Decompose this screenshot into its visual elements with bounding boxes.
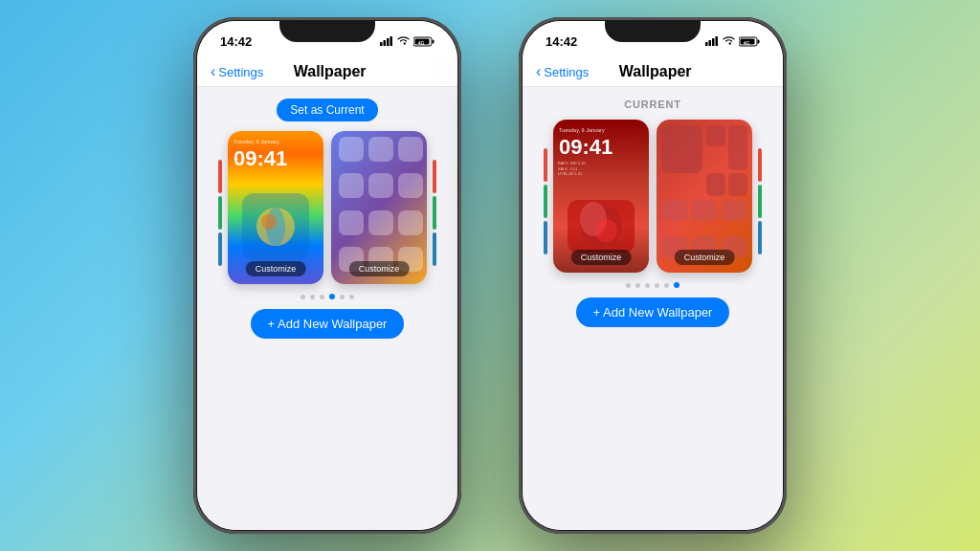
nav-title-right: Wallpaper [619,63,692,80]
signal-icon-left [380,36,393,46]
chevron-icon-right: ‹ [536,63,541,80]
battery-icon-right: 4G [739,36,760,47]
battery-icon-left: 4G [413,36,434,47]
notch-left [279,21,375,42]
strip-red-left [218,160,222,193]
strip-blue-right-left [433,232,436,266]
back-button-right[interactable]: ‹ Settings [536,63,589,80]
status-icons-left: 4G [380,36,434,47]
chevron-icon-left: ‹ [211,63,215,80]
dot-1-right [626,283,631,288]
dot-2-right [635,283,640,288]
back-label-left: Settings [218,65,263,79]
nav-title-left: Wallpaper [294,63,367,80]
add-wallpaper-btn-right[interactable]: + Add New Wallpaper [576,298,730,327]
svg-text:4G: 4G [744,39,750,45]
w3 [706,173,725,197]
nav-bar-right: ‹ Settings Wallpaper [523,57,783,87]
w2 [728,125,747,170]
nav-bar-left: ‹ Settings Wallpaper [197,57,457,87]
widget-big-right [661,125,702,173]
strip-red-left-right [544,148,547,182]
wifi-icon-left [397,36,410,46]
svg-rect-11 [705,42,708,46]
content-left: Set as Current Tuesday, 9 January [197,87,457,530]
svg-rect-5 [433,39,434,43]
dot-1-left [301,295,305,299]
wallpaper-cards-right: Tuesday, 9 January 09:41 BAPS INR 2.30SB… [553,120,752,273]
phone-right: 14:42 [519,17,787,534]
dot-3-right [645,283,650,288]
strip-green-right-left [433,196,436,230]
svg-rect-1 [384,40,387,46]
strip-red-right-right [758,148,762,182]
homescreen-card-left[interactable]: Customize [331,131,427,284]
homescreen-card-right[interactable]: Customize [657,120,752,273]
strip-blue-left [218,232,222,266]
dot-6-right [674,282,679,288]
status-icons-right: 4G [705,36,760,47]
content-right: CURRENT Tuesday, 9 January [523,87,783,530]
strip-blue-left-right [544,221,547,254]
customize-lock-left[interactable]: Customize [246,261,306,276]
icon-r1 [661,200,687,221]
svg-point-10 [261,214,277,230]
dot-5-right [664,283,669,288]
svg-rect-3 [390,36,393,46]
strip-blue-right-right [758,221,762,254]
signal-icon-right [705,36,719,46]
lockscreen-card-left[interactable]: Tuesday, 9 January 09:41 [228,131,323,284]
lockscreen-card-right[interactable]: Tuesday, 9 January 09:41 BAPS INR 2.30SB… [553,120,649,273]
svg-rect-13 [712,38,715,46]
phone-left: 14:42 [193,17,461,534]
customize-lock-right[interactable]: Customize [571,250,632,265]
current-label-right: CURRENT [624,99,680,110]
svg-rect-16 [758,39,760,43]
mini-time-right: 09:41 [553,137,649,158]
customize-home-left[interactable]: Customize [349,261,410,276]
icon-r2 [691,200,717,221]
dot-4-right [655,283,659,288]
dot-3-left [320,295,324,299]
svg-rect-12 [709,40,712,46]
mini-time-left: 09:41 [228,148,323,169]
svg-text:4G: 4G [418,39,425,45]
strip-green-left [218,196,222,230]
svg-point-21 [594,219,617,242]
time-left: 14:42 [220,34,252,49]
back-button-left[interactable]: ‹ Settings [211,63,263,80]
globe-decoration-left [252,203,300,251]
strip-red-right-left [433,160,436,193]
dot-2-left [310,295,315,299]
wifi-icon-right [723,36,735,46]
dot-6-left [349,295,354,299]
svg-rect-14 [716,36,719,46]
red-decor-right [572,202,630,250]
wallpaper-cards-left: Tuesday, 9 January 09:41 [228,131,427,284]
svg-rect-0 [380,42,383,46]
dot-4-left [329,294,335,299]
w1 [706,125,725,146]
time-right: 14:42 [546,34,577,49]
strip-green-right-right [758,185,762,218]
dot-5-left [340,295,345,299]
add-wallpaper-btn-left[interactable]: + Add New Wallpaper [251,309,405,339]
w4 [728,173,747,197]
svg-rect-2 [387,38,390,46]
notch-right [605,21,701,42]
dots-right [626,282,679,288]
dots-left [301,294,354,299]
set-current-btn-left[interactable]: Set as Current [277,99,377,121]
mini-widget-text-right: BAPS INR 2.30SBLK 5.11LITBLUE 5.31 [558,161,644,177]
strip-green-left-right [544,185,547,218]
back-label-right: Settings [544,65,589,79]
customize-home-right[interactable]: Customize [675,250,735,265]
icon-r3 [722,200,747,221]
